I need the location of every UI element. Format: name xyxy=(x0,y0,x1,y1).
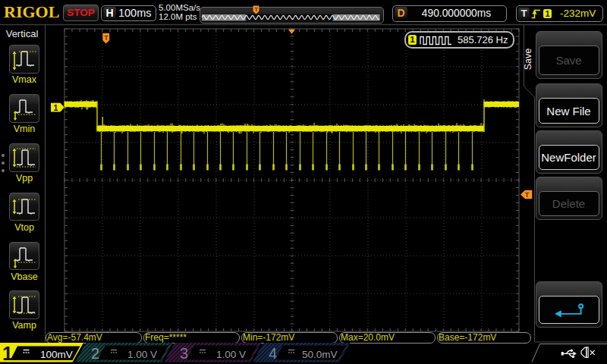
svg-text:3: 3 xyxy=(180,345,188,362)
svg-text:T: T xyxy=(254,6,258,13)
svg-text:50.0mV: 50.0mV xyxy=(302,349,338,360)
svg-text:T: T xyxy=(104,34,109,42)
svg-text:1: 1 xyxy=(54,103,58,112)
svg-text:1: 1 xyxy=(2,343,13,364)
svg-text:1.00 V: 1.00 V xyxy=(127,349,157,360)
svg-text:1.00 V: 1.00 V xyxy=(216,349,246,360)
svg-text:2: 2 xyxy=(91,345,99,362)
svg-text:4: 4 xyxy=(269,345,277,362)
svg-text:T: T xyxy=(525,191,530,199)
svg-text:100mV: 100mV xyxy=(40,349,73,360)
